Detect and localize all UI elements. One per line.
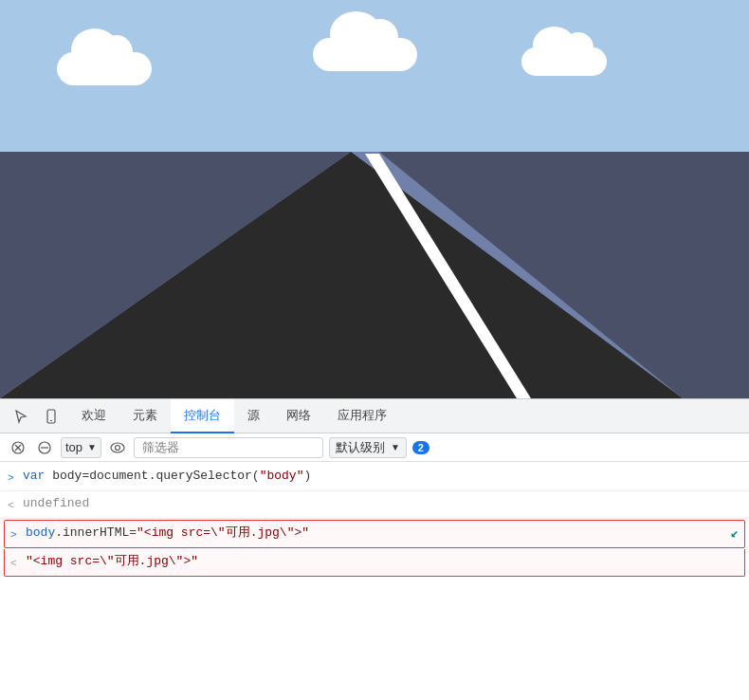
context-selector[interactable]: top ▼ — [61, 437, 101, 458]
chevron-down-icon: ▼ — [87, 442, 97, 452]
filter-input[interactable] — [134, 437, 323, 458]
tab-sources[interactable]: 源 — [234, 399, 273, 433]
devtools-tabs-bar: 欢迎 元素 控制台 源 网络 应用程序 — [0, 399, 749, 433]
error-badge: 2 — [412, 441, 429, 454]
road — [0, 0, 749, 398]
tab-console[interactable]: 控制台 — [171, 399, 234, 433]
clear-console-button[interactable] — [8, 437, 28, 458]
svg-point-12 — [115, 445, 119, 450]
console-line-3-highlighted: > body.innerHTML="<img src=\"可用.jpg\">" … — [4, 520, 745, 548]
devtools-panel: 欢迎 元素 控制台 源 网络 应用程序 — [0, 398, 749, 700]
chevron-down-icon: ▼ — [391, 442, 400, 452]
eye-icon-button[interactable] — [107, 437, 128, 458]
tab-network[interactable]: 网络 — [273, 399, 324, 433]
tab-elements[interactable]: 元素 — [119, 399, 171, 433]
tab-application[interactable]: 应用程序 — [324, 399, 400, 433]
log-level-selector[interactable]: 默认级别 ▼ — [329, 437, 407, 458]
svg-point-11 — [111, 443, 124, 452]
mobile-icon[interactable] — [38, 403, 64, 430]
block-icon-button[interactable] — [34, 437, 55, 458]
console-line-2: < undefined — [0, 491, 749, 519]
arrow-left-icon: < — [8, 496, 23, 515]
console-line-1: > var body=document.querySelector("body"… — [0, 464, 749, 491]
console-line-4-highlighted: < "<img src=\"可用.jpg\">" — [4, 549, 745, 577]
browser-preview — [0, 0, 749, 398]
console-output[interactable]: > var body=document.querySelector("body"… — [0, 462, 749, 700]
console-toolbar: top ▼ 默认级别 ▼ 2 — [0, 433, 749, 462]
tab-welcome[interactable]: 欢迎 — [68, 399, 119, 433]
arrow-left-icon: < — [10, 554, 26, 573]
cursor-icon[interactable] — [8, 403, 34, 430]
arrow-right-icon: > — [10, 525, 26, 544]
arrow-right-icon: > — [8, 469, 23, 488]
teal-arrow-indicator: ↙ — [731, 524, 739, 543]
